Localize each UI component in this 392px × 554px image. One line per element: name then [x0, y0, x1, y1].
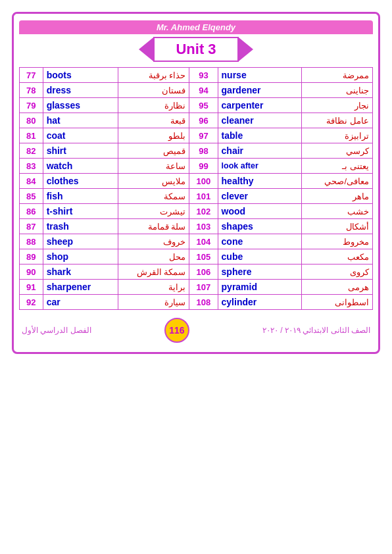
- num-right: 99: [189, 159, 218, 174]
- num-right: 102: [189, 204, 218, 219]
- english-left: boots: [43, 68, 118, 83]
- num-left: 80: [20, 113, 43, 128]
- arabic-left: قبعة: [118, 113, 189, 128]
- english-left: clothes: [43, 174, 118, 189]
- num-right: 105: [189, 249, 218, 264]
- teacher-name: Mr. Ahmed Elqendy: [19, 20, 373, 34]
- num-left: 90: [20, 264, 43, 280]
- table-row: 79 glasses نظارة 95 carpenter نجار: [20, 98, 373, 113]
- english-right: cone: [218, 234, 301, 249]
- table-row: 84 clothes ملايس 100 healthy معافى/صحي: [20, 174, 373, 189]
- page-container: Mr. Ahmed Elqendy Unit 3 77 boots حذاء ب…: [12, 12, 380, 354]
- english-right: chair: [218, 143, 301, 159]
- arabic-left: سلة قمامة: [118, 219, 189, 234]
- num-right: 98: [189, 143, 218, 159]
- footer: الفصل الدراسي الأول 116 الصف الثانى الاب…: [19, 318, 373, 343]
- english-right: table: [218, 128, 301, 143]
- arabic-right: أشكال: [301, 219, 372, 234]
- arabic-left: نظارة: [118, 98, 189, 113]
- english-right: clever: [218, 189, 301, 204]
- english-left: t-shirt: [43, 204, 118, 219]
- table-row: 86 t-shirt تيشرت 102 wood خشب: [20, 204, 373, 219]
- arabic-right: ماهر: [301, 189, 372, 204]
- num-left: 92: [20, 295, 43, 310]
- arabic-left: ساعة: [118, 159, 189, 174]
- english-right: gardener: [218, 83, 301, 98]
- english-right: healthy: [218, 174, 301, 189]
- english-right: sphere: [218, 264, 301, 280]
- arrow-left-icon: [139, 38, 153, 61]
- arabic-right: هرمى: [301, 280, 372, 295]
- arabic-left: محل: [118, 249, 189, 264]
- table-row: 88 sheep خروف 104 cone مخروط: [20, 234, 373, 249]
- english-left: dress: [43, 83, 118, 98]
- num-right: 93: [189, 68, 218, 83]
- english-right: look after: [218, 159, 301, 174]
- english-right: wood: [218, 204, 301, 219]
- table-row: 90 shark سمكة القرش 106 sphere كروى: [20, 264, 373, 280]
- english-left: trash: [43, 219, 118, 234]
- vocabulary-table: 77 boots حذاء برقبة 93 nurse ممرضة 78 dr…: [19, 67, 373, 310]
- table-row: 83 watch ساعة 99 look after يعتنى بـ: [20, 159, 373, 174]
- num-right: 97: [189, 128, 218, 143]
- num-right: 106: [189, 264, 218, 280]
- english-right: shapes: [218, 219, 301, 234]
- arabic-right: ترابيزة: [301, 128, 372, 143]
- english-left: coat: [43, 128, 118, 143]
- english-left: hat: [43, 113, 118, 128]
- arabic-right: كروى: [301, 264, 372, 280]
- num-left: 87: [20, 219, 43, 234]
- page-number: 116: [164, 318, 189, 343]
- num-right: 96: [189, 113, 218, 128]
- arabic-left: سمكة: [118, 189, 189, 204]
- num-right: 94: [189, 83, 218, 98]
- arabic-left: بلطو: [118, 128, 189, 143]
- english-left: shark: [43, 264, 118, 280]
- arabic-right: يعتنى بـ: [301, 159, 372, 174]
- english-right: cylinder: [218, 295, 301, 310]
- arabic-right: جناينى: [301, 83, 372, 98]
- english-right: nurse: [218, 68, 301, 83]
- english-right: carpenter: [218, 98, 301, 113]
- table-row: 85 fish سمكة 101 clever ماهر: [20, 189, 373, 204]
- table-row: 80 hat قبعة 96 cleaner عامل نظافة: [20, 113, 373, 128]
- english-left: fish: [43, 189, 118, 204]
- num-left: 84: [20, 174, 43, 189]
- arabic-right: خشب: [301, 204, 372, 219]
- arabic-right: عامل نظافة: [301, 113, 372, 128]
- table-row: 77 boots حذاء برقبة 93 nurse ممرضة: [20, 68, 373, 83]
- arabic-right: مكعب: [301, 249, 372, 264]
- num-left: 88: [20, 234, 43, 249]
- arabic-right: نجار: [301, 98, 372, 113]
- arabic-left: سيارة: [118, 295, 189, 310]
- arabic-left: خروف: [118, 234, 189, 249]
- num-left: 81: [20, 128, 43, 143]
- num-left: 86: [20, 204, 43, 219]
- english-left: car: [43, 295, 118, 310]
- num-right: 101: [189, 189, 218, 204]
- num-left: 82: [20, 143, 43, 159]
- num-left: 78: [20, 83, 43, 98]
- table-row: 82 shirt قميص 98 chair كرسي: [20, 143, 373, 159]
- arabic-right: كرسي: [301, 143, 372, 159]
- english-right: cleaner: [218, 113, 301, 128]
- table-row: 81 coat بلطو 97 table ترابيزة: [20, 128, 373, 143]
- table-row: 78 dress فستان 94 gardener جناينى: [20, 83, 373, 98]
- footer-left: الفصل الدراسي الأول: [22, 326, 91, 335]
- num-right: 104: [189, 234, 218, 249]
- num-right: 107: [189, 280, 218, 295]
- num-left: 79: [20, 98, 43, 113]
- table-row: 87 trash سلة قمامة 103 shapes أشكال: [20, 219, 373, 234]
- english-left: shop: [43, 249, 118, 264]
- english-left: sheep: [43, 234, 118, 249]
- arabic-right: ممرضة: [301, 68, 372, 83]
- num-right: 103: [189, 219, 218, 234]
- english-right: cube: [218, 249, 301, 264]
- arrow-right-icon: [239, 38, 253, 61]
- num-right: 100: [189, 174, 218, 189]
- arabic-left: قميص: [118, 143, 189, 159]
- arabic-right: مخروط: [301, 234, 372, 249]
- num-left: 77: [20, 68, 43, 83]
- num-left: 83: [20, 159, 43, 174]
- arabic-left: حذاء برقبة: [118, 68, 189, 83]
